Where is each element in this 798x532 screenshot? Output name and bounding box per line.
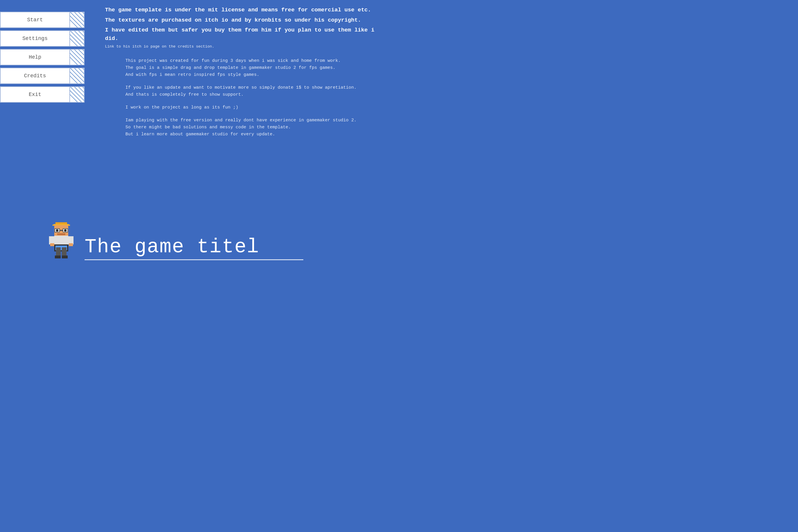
svg-rect-53 [62, 247, 66, 256]
bottom-section: The game titel [0, 222, 399, 260]
svg-rect-54 [55, 255, 61, 259]
game-title-underline [84, 259, 303, 260]
info-block-1: This project was created for fun during … [105, 57, 390, 78]
info-4-line-3: But i learn more about gamemaker studio … [126, 131, 390, 138]
nav-button-help[interactable]: Help [0, 49, 70, 65]
svg-rect-55 [62, 255, 68, 259]
game-title-block: The game titel [84, 237, 303, 260]
info-block-4: Iam playing with the free version and re… [105, 117, 390, 138]
license-line-1: The game template is under the mit licen… [105, 6, 390, 14]
nav-button-start[interactable]: Start [0, 12, 70, 28]
nav-button-label-settings: Settings [22, 36, 48, 41]
license-small: Link to his itch io page on the credits … [105, 44, 390, 49]
main-content: The game template is under the mit licen… [90, 0, 399, 150]
info-4-line-2: So there might be bad solutions and mess… [126, 124, 390, 131]
license-line-3: I have edited them but safer you buy the… [105, 26, 390, 43]
svg-rect-42 [56, 229, 58, 232]
nav-button-wrapper-start: Start [0, 12, 84, 28]
svg-rect-47 [68, 236, 74, 244]
nav-button-wrapper-exit: Exit [0, 86, 84, 103]
info-block-2: If you like an update and want to motiva… [105, 84, 390, 98]
info-2-line-1: If you like an update and want to motiva… [126, 84, 390, 91]
info-1-line-2: The goal is a simple drag and drop templ… [126, 64, 390, 72]
info-2-line-2: And thats is completely free to show sup… [126, 91, 390, 98]
svg-rect-41 [59, 230, 63, 231]
nav-button-label-start: Start [27, 17, 43, 23]
svg-rect-48 [50, 243, 54, 246]
license-text-block: The game template is under the mit licen… [105, 6, 390, 49]
info-1-line-1: This project was created for fun during … [126, 57, 390, 64]
nav-sidebar: Start Settings Help [0, 12, 84, 103]
nav-button-label-credits: Credits [24, 73, 46, 79]
svg-rect-44 [57, 233, 65, 235]
pixel-character [47, 222, 76, 260]
nav-button-wrapper-settings: Settings [0, 30, 84, 47]
game-title: The game titel [84, 237, 303, 257]
info-block-3: I work on the project as long as its fun… [105, 104, 390, 111]
nav-button-wrapper-help: Help [0, 49, 84, 65]
svg-rect-52 [56, 247, 61, 256]
nav-button-settings[interactable]: Settings [0, 30, 70, 47]
svg-rect-46 [49, 236, 54, 244]
info-3-line-1: I work on the project as long as its fun… [126, 104, 390, 111]
nav-button-label-help: Help [28, 54, 41, 60]
svg-rect-43 [64, 229, 66, 232]
nav-button-label-exit: Exit [28, 92, 41, 97]
info-4-line-1: Iam playing with the free version and re… [126, 117, 390, 124]
license-line-2: The textures are purchased on itch io an… [105, 16, 390, 24]
nav-button-wrapper-credits: Credits [0, 68, 84, 84]
nav-button-credits[interactable]: Credits [0, 68, 70, 84]
info-1-line-3: And with fps i mean retro inspired fps s… [126, 72, 390, 78]
nav-button-exit[interactable]: Exit [0, 86, 70, 103]
svg-rect-49 [69, 243, 73, 246]
